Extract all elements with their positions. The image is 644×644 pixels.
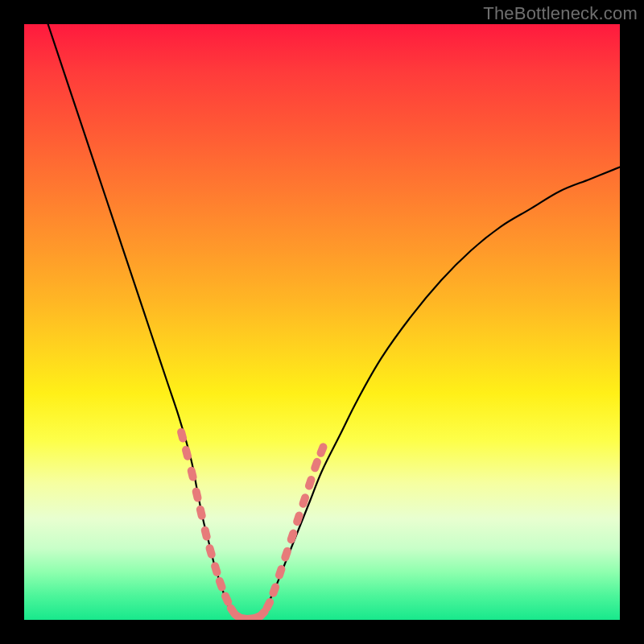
curve-marker	[316, 442, 328, 458]
curve-marker	[310, 456, 323, 473]
curve-marker	[196, 505, 207, 521]
marker-layer	[176, 427, 328, 620]
curve-marker	[200, 526, 212, 542]
curve-marker	[268, 582, 281, 598]
curve-marker	[204, 543, 217, 559]
watermark-text: TheBottleneck.com	[483, 3, 638, 24]
curve-marker	[210, 561, 222, 577]
curve-marker	[192, 487, 203, 503]
curve-marker	[187, 466, 198, 482]
curve-layer	[24, 24, 620, 620]
plot-area	[24, 24, 620, 620]
curve-marker	[214, 576, 227, 592]
bottleneck-curve	[48, 24, 620, 620]
chart-stage: TheBottleneck.com	[0, 0, 644, 644]
